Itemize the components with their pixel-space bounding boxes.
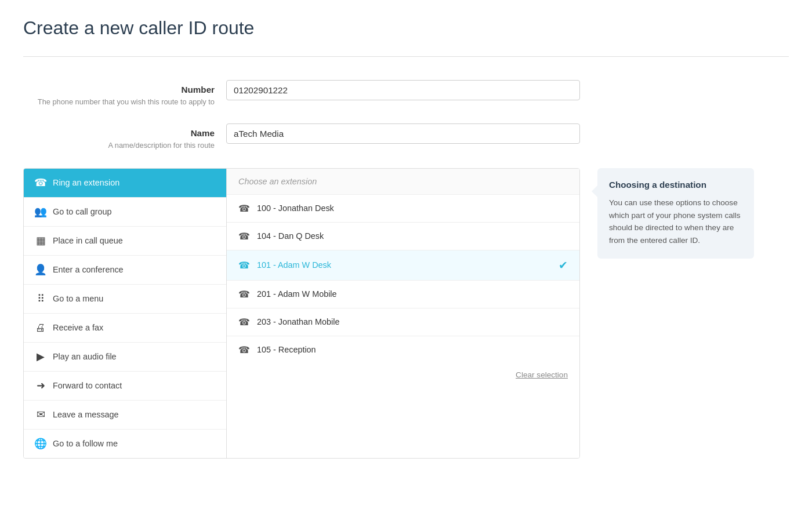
number-input[interactable]	[226, 80, 580, 100]
phone-icon: ☎	[238, 289, 250, 300]
follow-icon: 🌐	[34, 438, 47, 450]
phone-icon: ☎	[238, 260, 250, 271]
page-title: Create a new caller ID route	[23, 17, 789, 39]
extension-item-101[interactable]: ☎101 - Adam W Desk✔	[227, 250, 579, 281]
help-body: You can use these options to choose whic…	[609, 197, 742, 247]
menu-item-forward[interactable]: ➜Forward to contact	[24, 372, 226, 401]
forward-icon: ➜	[34, 380, 47, 392]
destination-menu: ☎Ring an extension👥Go to call group▦Plac…	[24, 169, 227, 458]
fax-icon: 🖨	[34, 322, 47, 334]
menu-item-label-menu: Go to a menu	[53, 294, 103, 303]
menu-item-message[interactable]: ✉Leave a message	[24, 401, 226, 430]
menu-item-audio[interactable]: ▶Play an audio file	[24, 343, 226, 372]
number-sublabel: The phone number that you wish this rout…	[23, 97, 215, 107]
left-panel: ☎Ring an extension👥Go to call group▦Plac…	[23, 168, 580, 459]
number-input-wrapper	[226, 80, 580, 100]
phone-icon: ☎	[238, 203, 250, 214]
extension-item-100[interactable]: ☎100 - Jonathan Desk	[227, 195, 579, 223]
divider	[23, 56, 789, 57]
menu-icon: ⠿	[34, 293, 47, 305]
help-title: Choosing a destination	[609, 180, 742, 190]
audio-icon: ▶	[34, 351, 47, 363]
menu-item-call-queue[interactable]: ▦Place in call queue	[24, 227, 226, 256]
menu-item-label-follow-me: Go to a follow me	[53, 439, 118, 448]
number-label-group: Number The phone number that you wish th…	[23, 80, 226, 107]
menu-item-label-ring-extension: Ring an extension	[53, 178, 119, 187]
form-section: Number The phone number that you wish th…	[23, 80, 789, 151]
extension-list: ☎100 - Jonathan Desk☎104 - Dan Q Desk☎10…	[227, 195, 579, 364]
extension-label-105: 105 - Reception	[257, 345, 316, 354]
menu-item-call-group[interactable]: 👥Go to call group	[24, 198, 226, 227]
phone-icon: ☎	[238, 231, 250, 242]
destination-content: Choose an extension ☎100 - Jonathan Desk…	[227, 169, 579, 458]
phone-icon: ☎	[34, 177, 47, 189]
clear-selection-link[interactable]: Clear selection	[516, 370, 568, 379]
extension-label-101: 101 - Adam W Desk	[257, 260, 331, 270]
menu-item-label-fax: Receive a fax	[53, 323, 103, 332]
extension-item-201[interactable]: ☎201 - Adam W Mobile	[227, 281, 579, 308]
conference-icon: 👤	[34, 264, 47, 276]
number-label: Number	[23, 85, 215, 95]
menu-item-menu[interactable]: ⠿Go to a menu	[24, 285, 226, 314]
extension-item-203[interactable]: ☎203 - Jonathan Mobile	[227, 308, 579, 336]
clear-selection-row: Clear selection	[227, 364, 579, 386]
name-label: Name	[23, 128, 215, 138]
extension-label-104: 104 - Dan Q Desk	[257, 231, 324, 241]
phone-icon: ☎	[238, 344, 250, 355]
queue-icon: ▦	[34, 235, 47, 247]
menu-item-conference[interactable]: 👤Enter a conference	[24, 256, 226, 285]
help-panel: Choosing a destination You can use these…	[597, 168, 754, 259]
menu-item-label-call-group: Go to call group	[53, 207, 112, 216]
menu-item-label-message: Leave a message	[53, 410, 119, 419]
menu-item-label-forward: Forward to contact	[53, 381, 122, 390]
group-icon: 👥	[34, 206, 47, 218]
extension-picker-header: Choose an extension	[227, 169, 579, 195]
name-input-wrapper	[226, 123, 580, 144]
name-row: Name A name/description for this route	[23, 123, 580, 151]
extension-item-105[interactable]: ☎105 - Reception	[227, 336, 579, 364]
main-layout: ☎Ring an extension👥Go to call group▦Plac…	[23, 168, 789, 459]
extension-label-203: 203 - Jonathan Mobile	[257, 317, 339, 326]
phone-icon: ☎	[238, 317, 250, 328]
extension-label-100: 100 - Jonathan Desk	[257, 204, 334, 213]
message-icon: ✉	[34, 409, 47, 421]
name-input[interactable]	[226, 123, 580, 144]
menu-item-label-conference: Enter a conference	[53, 265, 124, 274]
number-row: Number The phone number that you wish th…	[23, 80, 580, 107]
check-icon: ✔	[559, 259, 568, 272]
menu-item-ring-extension[interactable]: ☎Ring an extension	[24, 169, 226, 198]
name-sublabel: A name/description for this route	[23, 140, 215, 151]
menu-item-label-audio: Play an audio file	[53, 352, 117, 361]
menu-item-fax[interactable]: 🖨Receive a fax	[24, 314, 226, 343]
menu-item-follow-me[interactable]: 🌐Go to a follow me	[24, 430, 226, 458]
name-label-group: Name A name/description for this route	[23, 123, 226, 151]
menu-item-label-call-queue: Place in call queue	[53, 236, 123, 245]
extension-label-201: 201 - Adam W Mobile	[257, 289, 337, 299]
extension-item-104[interactable]: ☎104 - Dan Q Desk	[227, 223, 579, 250]
